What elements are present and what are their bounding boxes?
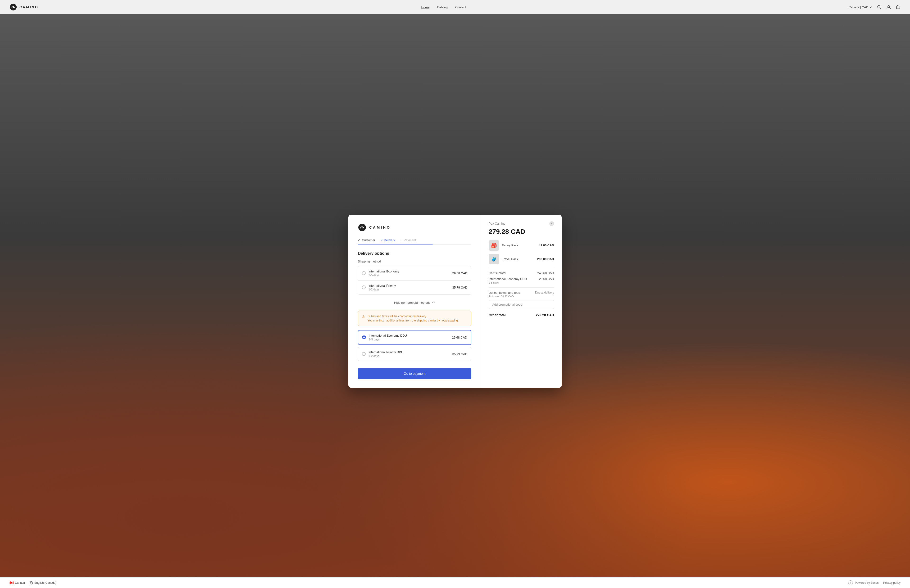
flag-icon: 🇨🇦 — [10, 581, 13, 585]
powered-by-text: Powered by Zonos — [855, 581, 878, 585]
step-delivery[interactable]: 2 Delivery — [381, 238, 395, 242]
product-name-travel-pack: Travel Pack — [502, 257, 534, 261]
step-payment[interactable]: 3 Payment — [401, 238, 416, 242]
toggle-non-prepaid[interactable]: Hide non-prepaid methods — [358, 299, 471, 307]
pay-title: Pay Camino — [489, 222, 506, 225]
shipping-summary-value: 29.68 CAD — [539, 277, 554, 281]
zonos-logo-icon: Z — [848, 580, 853, 585]
priority-price: 35.79 CAD — [452, 286, 467, 289]
order-total-display: 279.28 CAD — [489, 228, 554, 236]
economy-name: International Economy — [369, 270, 452, 273]
progress-bar-fill — [358, 244, 433, 244]
product-thumb-travel-pack: 🧳 — [489, 254, 499, 264]
go-to-payment-button[interactable]: Go to payment — [358, 368, 471, 379]
priority-ddu-name: International Priority DDU — [369, 351, 452, 354]
locale-selector[interactable]: Canada | CAD — [849, 5, 872, 9]
navbar-actions: Canada | CAD — [849, 5, 900, 10]
shipping-option-economy-ddu[interactable]: International Economy DDU 2-5 days 29.68… — [358, 330, 471, 345]
order-total-label: Order total — [489, 313, 506, 317]
product-price-fanny-pack: 49.60 CAD — [539, 244, 554, 247]
close-button[interactable]: ✕ — [549, 221, 554, 226]
order-total-row: Order total 279.28 CAD — [489, 313, 554, 317]
economy-price: 29.68 CAD — [452, 271, 467, 275]
cart-subtotal-row: Cart subtotal 249.60 CAD — [489, 271, 554, 275]
nav-contact[interactable]: Contact — [455, 5, 466, 9]
pay-header: Pay Camino ✕ — [489, 221, 554, 226]
shipping-option-priority-ddu[interactable]: International Priority DDU 1-2 days 35.7… — [358, 347, 471, 361]
economy-ddu-price: 29.68 CAD — [452, 336, 467, 339]
priority-ddu-price: 35.79 CAD — [452, 352, 467, 356]
radio-economy[interactable] — [362, 271, 366, 275]
economy-days: 2-5 days — [369, 274, 452, 277]
warning-line2: You may incur additional fees from the s… — [368, 318, 459, 323]
checkout-modal: CAMINO ✓ Customer 2 Delivery 3 Payment — [348, 215, 562, 388]
prepaid-shipping-options: International Economy 2-5 days 29.68 CAD… — [358, 266, 471, 295]
radio-priority-ddu[interactable] — [362, 352, 366, 356]
shipping-row: International Economy DDU 2-5 days 29.68… — [489, 277, 554, 284]
modal-left-panel: CAMINO ✓ Customer 2 Delivery 3 Payment — [348, 215, 481, 388]
progress-bar — [358, 244, 471, 244]
radio-priority[interactable] — [362, 286, 366, 289]
brand-logo-icon — [10, 3, 17, 11]
order-total-value: 279.28 CAD — [536, 313, 554, 317]
cart-subtotal-value: 249.60 CAD — [537, 271, 554, 275]
radio-economy-ddu[interactable] — [362, 336, 366, 339]
cart-subtotal-label: Cart subtotal — [489, 271, 506, 275]
modal-brand: CAMINO — [358, 223, 471, 232]
promo-code-input[interactable] — [489, 300, 554, 309]
nav-catalog[interactable]: Catalog — [437, 5, 448, 9]
footer-country[interactable]: 🇨🇦 Canada — [10, 581, 25, 585]
shipping-summary-sublabel: 2-5 days — [489, 281, 527, 284]
warning-icon: ⚠ — [362, 314, 365, 319]
footer: 🇨🇦 Canada English (Canada) Z Powered by … — [0, 577, 910, 588]
product-item-fanny-pack: 🎒 Fanny Pack 49.60 CAD — [489, 240, 554, 250]
cart-icon[interactable] — [896, 5, 900, 10]
duties-value: Due at delivery — [535, 291, 554, 294]
duties-label: Duties, taxes, and fees — [489, 291, 520, 294]
shipping-option-priority[interactable]: International Priority 1-2 days 35.79 CA… — [358, 281, 471, 294]
privacy-policy-link[interactable]: Privacy policy — [883, 581, 900, 585]
account-icon[interactable] — [886, 5, 891, 10]
brand-name: CAMINO — [19, 5, 39, 9]
priority-days: 1-2 days — [369, 288, 452, 291]
product-price-travel-pack: 200.00 CAD — [537, 257, 554, 261]
nav-home[interactable]: Home — [421, 5, 429, 9]
economy-ddu-name: International Economy DDU — [369, 334, 452, 338]
shipping-method-label: Shipping method — [358, 260, 471, 263]
modal-right-panel: Pay Camino ✕ 279.28 CAD 🎒 Fanny Pack 49.… — [481, 215, 562, 388]
duties-row: Duties, taxes, and fees Estimated 38.22 … — [489, 291, 554, 298]
globe-icon — [30, 581, 33, 585]
priority-ddu-days: 1-2 days — [369, 354, 452, 358]
modal-logo-icon — [358, 223, 366, 232]
product-name-fanny-pack: Fanny Pack — [502, 244, 536, 247]
footer-right: Z Powered by Zonos | Privacy policy — [848, 580, 900, 585]
chevron-up-icon — [432, 301, 435, 304]
duties-sublabel: Estimated 38.22 CAD — [489, 295, 520, 298]
economy-ddu-days: 2-5 days — [369, 338, 452, 341]
step-customer[interactable]: ✓ Customer — [358, 238, 375, 242]
delivery-heading: Delivery options — [358, 251, 471, 256]
modal-brand-name: CAMINO — [369, 225, 391, 229]
svg-point-1 — [878, 5, 880, 8]
divider-1 — [489, 268, 554, 268]
chevron-down-icon — [869, 6, 872, 8]
product-item-travel-pack: 🧳 Travel Pack 200.00 CAD — [489, 254, 554, 264]
shipping-summary-label: International Economy DDU — [489, 277, 527, 281]
navbar-nav: Home Catalog Contact — [421, 5, 466, 9]
navbar: CAMINO Home Catalog Contact Canada | CAD — [0, 0, 910, 14]
search-icon[interactable] — [877, 5, 882, 10]
modal-overlay: CAMINO ✓ Customer 2 Delivery 3 Payment — [0, 14, 910, 588]
shipping-option-economy[interactable]: International Economy 2-5 days 29.68 CAD — [358, 266, 471, 281]
warning-box: ⚠ Duties and taxes will be charged upon … — [358, 310, 471, 326]
priority-name: International Priority — [369, 284, 452, 288]
brand: CAMINO — [10, 3, 39, 11]
product-thumb-fanny-pack: 🎒 — [489, 240, 499, 250]
svg-point-2 — [888, 5, 890, 7]
svg-rect-3 — [897, 6, 900, 9]
footer-left: 🇨🇦 Canada English (Canada) — [10, 581, 57, 585]
footer-language[interactable]: English (Canada) — [30, 581, 57, 585]
stepper: ✓ Customer 2 Delivery 3 Payment — [358, 238, 471, 242]
warning-line1: Duties and taxes will be charged upon de… — [368, 314, 459, 318]
